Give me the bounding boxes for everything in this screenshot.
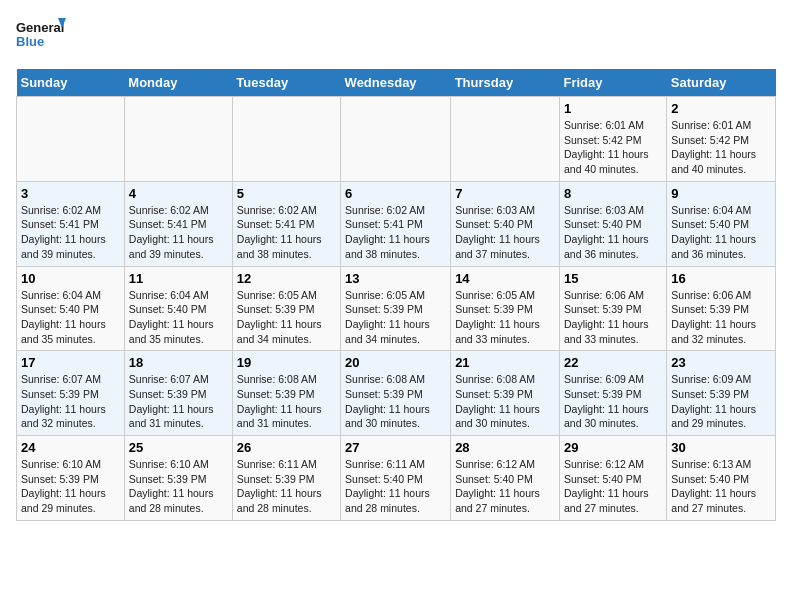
day-number: 1 xyxy=(564,101,662,116)
day-number: 21 xyxy=(455,355,555,370)
logo-svg: General Blue xyxy=(16,16,66,61)
day-number: 11 xyxy=(129,271,228,286)
weekday-header: Sunday xyxy=(17,69,125,97)
day-detail: Sunrise: 6:05 AM Sunset: 5:39 PM Dayligh… xyxy=(345,289,430,345)
calendar-day-cell: 5Sunrise: 6:02 AM Sunset: 5:41 PM Daylig… xyxy=(232,181,340,266)
weekday-header: Tuesday xyxy=(232,69,340,97)
calendar-day-cell xyxy=(451,97,560,182)
calendar-day-cell: 8Sunrise: 6:03 AM Sunset: 5:40 PM Daylig… xyxy=(559,181,666,266)
calendar-body: 1Sunrise: 6:01 AM Sunset: 5:42 PM Daylig… xyxy=(17,97,776,521)
day-detail: Sunrise: 6:13 AM Sunset: 5:40 PM Dayligh… xyxy=(671,458,756,514)
calendar-day-cell: 1Sunrise: 6:01 AM Sunset: 5:42 PM Daylig… xyxy=(559,97,666,182)
calendar-day-cell: 7Sunrise: 6:03 AM Sunset: 5:40 PM Daylig… xyxy=(451,181,560,266)
day-number: 8 xyxy=(564,186,662,201)
calendar-day-cell: 17Sunrise: 6:07 AM Sunset: 5:39 PM Dayli… xyxy=(17,351,125,436)
calendar-day-cell xyxy=(341,97,451,182)
day-number: 25 xyxy=(129,440,228,455)
day-detail: Sunrise: 6:09 AM Sunset: 5:39 PM Dayligh… xyxy=(671,373,756,429)
weekday-header: Friday xyxy=(559,69,666,97)
day-number: 28 xyxy=(455,440,555,455)
day-detail: Sunrise: 6:01 AM Sunset: 5:42 PM Dayligh… xyxy=(564,119,649,175)
calendar-day-cell: 3Sunrise: 6:02 AM Sunset: 5:41 PM Daylig… xyxy=(17,181,125,266)
day-detail: Sunrise: 6:03 AM Sunset: 5:40 PM Dayligh… xyxy=(455,204,540,260)
calendar-day-cell: 24Sunrise: 6:10 AM Sunset: 5:39 PM Dayli… xyxy=(17,436,125,521)
calendar-day-cell: 12Sunrise: 6:05 AM Sunset: 5:39 PM Dayli… xyxy=(232,266,340,351)
day-detail: Sunrise: 6:11 AM Sunset: 5:40 PM Dayligh… xyxy=(345,458,430,514)
calendar-day-cell: 11Sunrise: 6:04 AM Sunset: 5:40 PM Dayli… xyxy=(124,266,232,351)
day-detail: Sunrise: 6:01 AM Sunset: 5:42 PM Dayligh… xyxy=(671,119,756,175)
calendar-week-row: 1Sunrise: 6:01 AM Sunset: 5:42 PM Daylig… xyxy=(17,97,776,182)
day-number: 3 xyxy=(21,186,120,201)
day-number: 7 xyxy=(455,186,555,201)
calendar-day-cell: 30Sunrise: 6:13 AM Sunset: 5:40 PM Dayli… xyxy=(667,436,776,521)
logo: General Blue xyxy=(16,16,66,61)
svg-text:General: General xyxy=(16,20,64,35)
day-detail: Sunrise: 6:04 AM Sunset: 5:40 PM Dayligh… xyxy=(671,204,756,260)
calendar-day-cell: 19Sunrise: 6:08 AM Sunset: 5:39 PM Dayli… xyxy=(232,351,340,436)
day-number: 19 xyxy=(237,355,336,370)
calendar-week-row: 10Sunrise: 6:04 AM Sunset: 5:40 PM Dayli… xyxy=(17,266,776,351)
calendar-day-cell: 16Sunrise: 6:06 AM Sunset: 5:39 PM Dayli… xyxy=(667,266,776,351)
day-number: 9 xyxy=(671,186,771,201)
day-detail: Sunrise: 6:10 AM Sunset: 5:39 PM Dayligh… xyxy=(129,458,214,514)
day-number: 10 xyxy=(21,271,120,286)
day-number: 15 xyxy=(564,271,662,286)
svg-text:Blue: Blue xyxy=(16,34,44,49)
calendar-day-cell: 26Sunrise: 6:11 AM Sunset: 5:39 PM Dayli… xyxy=(232,436,340,521)
calendar-day-cell xyxy=(232,97,340,182)
day-detail: Sunrise: 6:04 AM Sunset: 5:40 PM Dayligh… xyxy=(21,289,106,345)
calendar-day-cell: 9Sunrise: 6:04 AM Sunset: 5:40 PM Daylig… xyxy=(667,181,776,266)
day-detail: Sunrise: 6:08 AM Sunset: 5:39 PM Dayligh… xyxy=(345,373,430,429)
calendar-day-cell: 25Sunrise: 6:10 AM Sunset: 5:39 PM Dayli… xyxy=(124,436,232,521)
calendar-day-cell: 4Sunrise: 6:02 AM Sunset: 5:41 PM Daylig… xyxy=(124,181,232,266)
day-number: 4 xyxy=(129,186,228,201)
calendar-day-cell xyxy=(17,97,125,182)
calendar-day-cell: 29Sunrise: 6:12 AM Sunset: 5:40 PM Dayli… xyxy=(559,436,666,521)
page-header: General Blue xyxy=(16,16,776,61)
day-number: 27 xyxy=(345,440,446,455)
calendar-day-cell: 23Sunrise: 6:09 AM Sunset: 5:39 PM Dayli… xyxy=(667,351,776,436)
calendar-week-row: 24Sunrise: 6:10 AM Sunset: 5:39 PM Dayli… xyxy=(17,436,776,521)
day-detail: Sunrise: 6:11 AM Sunset: 5:39 PM Dayligh… xyxy=(237,458,322,514)
calendar-day-cell: 15Sunrise: 6:06 AM Sunset: 5:39 PM Dayli… xyxy=(559,266,666,351)
day-detail: Sunrise: 6:09 AM Sunset: 5:39 PM Dayligh… xyxy=(564,373,649,429)
day-detail: Sunrise: 6:07 AM Sunset: 5:39 PM Dayligh… xyxy=(129,373,214,429)
day-detail: Sunrise: 6:08 AM Sunset: 5:39 PM Dayligh… xyxy=(237,373,322,429)
day-detail: Sunrise: 6:05 AM Sunset: 5:39 PM Dayligh… xyxy=(455,289,540,345)
day-number: 20 xyxy=(345,355,446,370)
day-number: 14 xyxy=(455,271,555,286)
day-detail: Sunrise: 6:06 AM Sunset: 5:39 PM Dayligh… xyxy=(564,289,649,345)
calendar-day-cell: 2Sunrise: 6:01 AM Sunset: 5:42 PM Daylig… xyxy=(667,97,776,182)
day-detail: Sunrise: 6:05 AM Sunset: 5:39 PM Dayligh… xyxy=(237,289,322,345)
day-detail: Sunrise: 6:02 AM Sunset: 5:41 PM Dayligh… xyxy=(237,204,322,260)
day-detail: Sunrise: 6:08 AM Sunset: 5:39 PM Dayligh… xyxy=(455,373,540,429)
calendar-header-row: SundayMondayTuesdayWednesdayThursdayFrid… xyxy=(17,69,776,97)
calendar-day-cell: 13Sunrise: 6:05 AM Sunset: 5:39 PM Dayli… xyxy=(341,266,451,351)
weekday-header: Thursday xyxy=(451,69,560,97)
calendar-table: SundayMondayTuesdayWednesdayThursdayFrid… xyxy=(16,69,776,521)
day-number: 18 xyxy=(129,355,228,370)
day-number: 26 xyxy=(237,440,336,455)
day-number: 23 xyxy=(671,355,771,370)
calendar-day-cell: 10Sunrise: 6:04 AM Sunset: 5:40 PM Dayli… xyxy=(17,266,125,351)
day-detail: Sunrise: 6:04 AM Sunset: 5:40 PM Dayligh… xyxy=(129,289,214,345)
weekday-header: Monday xyxy=(124,69,232,97)
calendar-day-cell: 18Sunrise: 6:07 AM Sunset: 5:39 PM Dayli… xyxy=(124,351,232,436)
calendar-day-cell xyxy=(124,97,232,182)
calendar-day-cell: 14Sunrise: 6:05 AM Sunset: 5:39 PM Dayli… xyxy=(451,266,560,351)
weekday-header: Saturday xyxy=(667,69,776,97)
day-number: 22 xyxy=(564,355,662,370)
day-number: 16 xyxy=(671,271,771,286)
day-number: 17 xyxy=(21,355,120,370)
day-number: 30 xyxy=(671,440,771,455)
calendar-day-cell: 6Sunrise: 6:02 AM Sunset: 5:41 PM Daylig… xyxy=(341,181,451,266)
day-detail: Sunrise: 6:07 AM Sunset: 5:39 PM Dayligh… xyxy=(21,373,106,429)
day-detail: Sunrise: 6:12 AM Sunset: 5:40 PM Dayligh… xyxy=(564,458,649,514)
day-number: 29 xyxy=(564,440,662,455)
calendar-day-cell: 28Sunrise: 6:12 AM Sunset: 5:40 PM Dayli… xyxy=(451,436,560,521)
day-number: 13 xyxy=(345,271,446,286)
day-detail: Sunrise: 6:12 AM Sunset: 5:40 PM Dayligh… xyxy=(455,458,540,514)
day-detail: Sunrise: 6:10 AM Sunset: 5:39 PM Dayligh… xyxy=(21,458,106,514)
day-detail: Sunrise: 6:06 AM Sunset: 5:39 PM Dayligh… xyxy=(671,289,756,345)
calendar-week-row: 3Sunrise: 6:02 AM Sunset: 5:41 PM Daylig… xyxy=(17,181,776,266)
